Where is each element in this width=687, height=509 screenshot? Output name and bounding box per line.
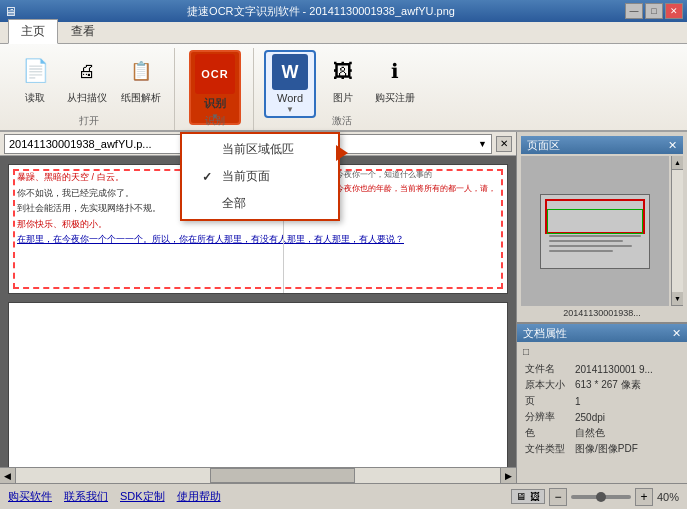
open-group-label: 打开: [4, 114, 174, 128]
preview-scroll-up[interactable]: ▲: [672, 156, 683, 170]
doc-page-bottom: [8, 302, 508, 475]
props-key-size: 原本大小: [523, 377, 573, 393]
ocr-label: 识别: [204, 96, 226, 111]
dropdown-item-all[interactable]: 全部: [182, 190, 338, 217]
props-row-filename: 文件名 20141130001 9...: [523, 361, 681, 377]
preview-panel-title: 页面区: [527, 138, 560, 153]
props-panel: 文档属性 ✕ □ 文件名 20141130001 9... 原本大小 613 *…: [517, 323, 687, 483]
page-preview-panel: 页面区 ✕: [517, 132, 687, 323]
scroll-left-button[interactable]: ◀: [0, 468, 16, 484]
scroll-right-button[interactable]: ▶: [500, 468, 516, 484]
preview-line-3: [549, 245, 632, 247]
dropdown-menu: 当前区域低匹 ✓ 当前页面 全部: [180, 132, 340, 221]
maximize-button[interactable]: □: [645, 3, 663, 19]
image-icon: 🖼: [325, 53, 361, 89]
ocr-icon: OCR: [195, 54, 235, 94]
dropdown-item-region[interactable]: 当前区域低匹: [182, 136, 338, 163]
props-table: 文件名 20141130001 9... 原本大小 613 * 267 像素 页…: [523, 361, 681, 457]
preview-scrollbar: ▲ ▼: [671, 156, 683, 306]
props-key-filetype: 文件类型: [523, 441, 573, 457]
props-toggle[interactable]: □: [523, 346, 681, 357]
word-dropdown-arrow: ▼: [286, 105, 294, 114]
props-row-dpi: 分辨率 250dpi: [523, 409, 681, 425]
scroll-track: [16, 468, 500, 483]
read-button[interactable]: 📄 读取: [12, 50, 58, 108]
props-val-filetype: 图像/图像PDF: [573, 441, 681, 457]
main-content: 20141130001938_awfYU.p... ▼ ✕ 暴躁、黑暗的天空 /…: [0, 132, 687, 483]
buy-button[interactable]: ℹ 购买注册: [370, 50, 420, 108]
preview-lines: [549, 235, 641, 255]
props-row-size: 原本大小 613 * 267 像素: [523, 377, 681, 393]
preview-content: ▲ ▼: [521, 156, 683, 306]
contact-link[interactable]: 联系我们: [64, 489, 108, 504]
open-buttons: 📄 读取 🖨 从扫描仪 📋 纸围解析: [12, 50, 166, 108]
props-key-filename: 文件名: [523, 361, 573, 377]
dropdown-label-page: 当前页面: [222, 168, 270, 185]
window-controls: — □ ✕: [625, 3, 683, 19]
paper-label: 纸围解析: [121, 91, 161, 105]
doc-filename: 20141130001938_awfYU.p...: [9, 138, 152, 150]
status-icons: 🖥 🖼: [511, 489, 545, 504]
props-key-color: 色: [523, 425, 573, 441]
preview-label: 20141130001938...: [521, 308, 683, 318]
props-panel-title: 文档属性: [523, 326, 567, 341]
zoom-in-button[interactable]: +: [635, 488, 653, 506]
preview-line-1: [549, 235, 641, 237]
zoom-level: 40%: [657, 491, 679, 503]
right-panel: 页面区 ✕: [517, 132, 687, 483]
preview-line-4: [549, 250, 613, 252]
minimize-button[interactable]: —: [625, 3, 643, 19]
props-row-page: 页 1: [523, 393, 681, 409]
image-label: 图片: [333, 91, 353, 105]
scan-label: 从扫描仪: [67, 91, 107, 105]
page-check-icon: ✓: [202, 170, 214, 184]
image-button[interactable]: 🖼 图片: [320, 50, 366, 108]
zoom-thumb[interactable]: [596, 492, 606, 502]
app-icon: 🖥: [4, 4, 17, 19]
props-row-color: 色 自然色: [523, 425, 681, 441]
word-icon: W: [272, 54, 308, 90]
doc-close-button[interactable]: ✕: [496, 136, 512, 152]
window-title: 捷速OCR文字识别软件 - 20141130001938_awfYU.png: [17, 4, 625, 19]
horizontal-scrollbar[interactable]: ◀ ▶: [0, 467, 516, 483]
close-button[interactable]: ✕: [665, 3, 683, 19]
zoom-slider[interactable]: [571, 495, 631, 499]
props-val-color: 自然色: [573, 425, 681, 441]
word-button[interactable]: W Word ▼: [264, 50, 316, 118]
dropdown-chevron-icon: ▼: [478, 139, 487, 149]
props-val-size: 613 * 267 像素: [573, 377, 681, 393]
tab-home[interactable]: 主页: [8, 19, 58, 44]
preview-area: [521, 156, 669, 306]
recognize-group-label: 识别: [177, 114, 253, 128]
props-key-dpi: 分辨率: [523, 409, 573, 425]
tab-view[interactable]: 查看: [58, 19, 108, 43]
sdk-link[interactable]: SDK定制: [120, 489, 165, 504]
status-icon-1: 🖥: [516, 491, 526, 502]
help-link[interactable]: 使用帮助: [177, 489, 221, 504]
preview-scroll-down[interactable]: ▼: [672, 292, 683, 306]
status-links: 购买软件 联系我们 SDK定制 使用帮助: [8, 489, 221, 504]
preview-panel-header: 页面区 ✕: [521, 136, 683, 154]
paper-icon: 📋: [123, 53, 159, 89]
zoom-out-button[interactable]: −: [549, 488, 567, 506]
scan-icon: 🖨: [69, 53, 105, 89]
props-row-filetype: 文件类型 图像/图像PDF: [523, 441, 681, 457]
props-panel-header: 文档属性 ✕: [517, 324, 687, 342]
props-key-page: 页: [523, 393, 573, 409]
dropdown-label-all: 全部: [222, 195, 246, 212]
preview-thumbnail: [540, 194, 650, 269]
paper-button[interactable]: 📋 纸围解析: [116, 50, 166, 108]
ribbon-group-recognize: OCR 识别 ▼ 识别: [177, 48, 254, 130]
scan-button[interactable]: 🖨 从扫描仪: [62, 50, 112, 108]
preview-close-button[interactable]: ✕: [668, 139, 677, 152]
dropdown-label-region: 当前区域低匹: [222, 141, 294, 158]
ribbon-group-export: W Word ▼ 🖼 图片 ℹ 购买注册 激活: [256, 48, 428, 130]
scroll-thumb[interactable]: [210, 468, 355, 483]
dropdown-item-page[interactable]: ✓ 当前页面: [182, 163, 338, 190]
buy-software-link[interactable]: 购买软件: [8, 489, 52, 504]
word-label: Word: [277, 92, 303, 104]
props-val-page: 1: [573, 393, 681, 409]
props-close-button[interactable]: ✕: [672, 327, 681, 340]
status-icon-2: 🖼: [530, 491, 540, 502]
ribbon-group-open: 📄 读取 🖨 从扫描仪 📋 纸围解析 打开: [4, 48, 175, 130]
